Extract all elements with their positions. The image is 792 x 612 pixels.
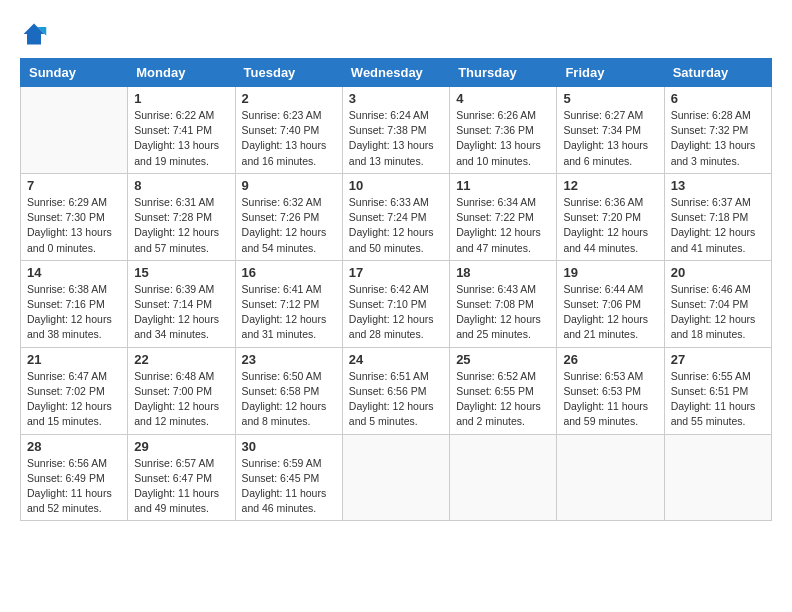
day-info: Sunrise: 6:31 AM Sunset: 7:28 PM Dayligh… [134, 195, 228, 256]
svg-marker-0 [24, 24, 45, 45]
day-info: Sunrise: 6:48 AM Sunset: 7:00 PM Dayligh… [134, 369, 228, 430]
calendar-cell: 30Sunrise: 6:59 AM Sunset: 6:45 PM Dayli… [235, 434, 342, 521]
day-number: 11 [456, 178, 550, 193]
day-number: 4 [456, 91, 550, 106]
day-info: Sunrise: 6:37 AM Sunset: 7:18 PM Dayligh… [671, 195, 765, 256]
calendar-cell: 23Sunrise: 6:50 AM Sunset: 6:58 PM Dayli… [235, 347, 342, 434]
calendar-cell: 4Sunrise: 6:26 AM Sunset: 7:36 PM Daylig… [450, 87, 557, 174]
day-number: 26 [563, 352, 657, 367]
calendar-cell: 29Sunrise: 6:57 AM Sunset: 6:47 PM Dayli… [128, 434, 235, 521]
day-number: 27 [671, 352, 765, 367]
calendar-cell: 13Sunrise: 6:37 AM Sunset: 7:18 PM Dayli… [664, 173, 771, 260]
day-info: Sunrise: 6:39 AM Sunset: 7:14 PM Dayligh… [134, 282, 228, 343]
calendar-header-thursday: Thursday [450, 59, 557, 87]
day-number: 30 [242, 439, 336, 454]
calendar-cell: 16Sunrise: 6:41 AM Sunset: 7:12 PM Dayli… [235, 260, 342, 347]
calendar-cell: 14Sunrise: 6:38 AM Sunset: 7:16 PM Dayli… [21, 260, 128, 347]
day-number: 29 [134, 439, 228, 454]
calendar-cell: 11Sunrise: 6:34 AM Sunset: 7:22 PM Dayli… [450, 173, 557, 260]
day-info: Sunrise: 6:44 AM Sunset: 7:06 PM Dayligh… [563, 282, 657, 343]
day-number: 21 [27, 352, 121, 367]
calendar-cell: 8Sunrise: 6:31 AM Sunset: 7:28 PM Daylig… [128, 173, 235, 260]
calendar-cell: 22Sunrise: 6:48 AM Sunset: 7:00 PM Dayli… [128, 347, 235, 434]
logo [20, 20, 52, 48]
day-number: 13 [671, 178, 765, 193]
calendar-cell [21, 87, 128, 174]
calendar-cell: 19Sunrise: 6:44 AM Sunset: 7:06 PM Dayli… [557, 260, 664, 347]
day-info: Sunrise: 6:57 AM Sunset: 6:47 PM Dayligh… [134, 456, 228, 517]
calendar-cell: 3Sunrise: 6:24 AM Sunset: 7:38 PM Daylig… [342, 87, 449, 174]
day-info: Sunrise: 6:59 AM Sunset: 6:45 PM Dayligh… [242, 456, 336, 517]
calendar-header-tuesday: Tuesday [235, 59, 342, 87]
calendar-week-row: 14Sunrise: 6:38 AM Sunset: 7:16 PM Dayli… [21, 260, 772, 347]
calendar-week-row: 28Sunrise: 6:56 AM Sunset: 6:49 PM Dayli… [21, 434, 772, 521]
day-number: 2 [242, 91, 336, 106]
day-number: 20 [671, 265, 765, 280]
day-number: 9 [242, 178, 336, 193]
calendar-cell: 6Sunrise: 6:28 AM Sunset: 7:32 PM Daylig… [664, 87, 771, 174]
calendar-cell: 2Sunrise: 6:23 AM Sunset: 7:40 PM Daylig… [235, 87, 342, 174]
calendar-cell: 5Sunrise: 6:27 AM Sunset: 7:34 PM Daylig… [557, 87, 664, 174]
day-info: Sunrise: 6:33 AM Sunset: 7:24 PM Dayligh… [349, 195, 443, 256]
day-info: Sunrise: 6:41 AM Sunset: 7:12 PM Dayligh… [242, 282, 336, 343]
page-header [20, 20, 772, 48]
day-number: 5 [563, 91, 657, 106]
calendar-cell: 15Sunrise: 6:39 AM Sunset: 7:14 PM Dayli… [128, 260, 235, 347]
calendar-cell: 26Sunrise: 6:53 AM Sunset: 6:53 PM Dayli… [557, 347, 664, 434]
day-number: 16 [242, 265, 336, 280]
calendar-week-row: 21Sunrise: 6:47 AM Sunset: 7:02 PM Dayli… [21, 347, 772, 434]
day-number: 1 [134, 91, 228, 106]
day-info: Sunrise: 6:56 AM Sunset: 6:49 PM Dayligh… [27, 456, 121, 517]
day-number: 12 [563, 178, 657, 193]
day-number: 23 [242, 352, 336, 367]
day-number: 24 [349, 352, 443, 367]
calendar-header-saturday: Saturday [664, 59, 771, 87]
day-number: 6 [671, 91, 765, 106]
day-info: Sunrise: 6:50 AM Sunset: 6:58 PM Dayligh… [242, 369, 336, 430]
day-info: Sunrise: 6:27 AM Sunset: 7:34 PM Dayligh… [563, 108, 657, 169]
day-number: 18 [456, 265, 550, 280]
calendar-cell: 25Sunrise: 6:52 AM Sunset: 6:55 PM Dayli… [450, 347, 557, 434]
day-info: Sunrise: 6:34 AM Sunset: 7:22 PM Dayligh… [456, 195, 550, 256]
calendar-cell: 7Sunrise: 6:29 AM Sunset: 7:30 PM Daylig… [21, 173, 128, 260]
day-number: 25 [456, 352, 550, 367]
calendar-cell [450, 434, 557, 521]
day-info: Sunrise: 6:29 AM Sunset: 7:30 PM Dayligh… [27, 195, 121, 256]
calendar-cell: 17Sunrise: 6:42 AM Sunset: 7:10 PM Dayli… [342, 260, 449, 347]
day-number: 15 [134, 265, 228, 280]
day-info: Sunrise: 6:52 AM Sunset: 6:55 PM Dayligh… [456, 369, 550, 430]
day-info: Sunrise: 6:47 AM Sunset: 7:02 PM Dayligh… [27, 369, 121, 430]
day-info: Sunrise: 6:24 AM Sunset: 7:38 PM Dayligh… [349, 108, 443, 169]
day-info: Sunrise: 6:23 AM Sunset: 7:40 PM Dayligh… [242, 108, 336, 169]
calendar-cell: 27Sunrise: 6:55 AM Sunset: 6:51 PM Dayli… [664, 347, 771, 434]
logo-icon [20, 20, 48, 48]
day-number: 3 [349, 91, 443, 106]
calendar-cell [664, 434, 771, 521]
day-info: Sunrise: 6:42 AM Sunset: 7:10 PM Dayligh… [349, 282, 443, 343]
day-info: Sunrise: 6:22 AM Sunset: 7:41 PM Dayligh… [134, 108, 228, 169]
calendar-cell: 24Sunrise: 6:51 AM Sunset: 6:56 PM Dayli… [342, 347, 449, 434]
calendar-cell [557, 434, 664, 521]
day-number: 8 [134, 178, 228, 193]
day-info: Sunrise: 6:51 AM Sunset: 6:56 PM Dayligh… [349, 369, 443, 430]
day-info: Sunrise: 6:55 AM Sunset: 6:51 PM Dayligh… [671, 369, 765, 430]
calendar-cell [342, 434, 449, 521]
calendar-cell: 20Sunrise: 6:46 AM Sunset: 7:04 PM Dayli… [664, 260, 771, 347]
day-number: 28 [27, 439, 121, 454]
day-info: Sunrise: 6:46 AM Sunset: 7:04 PM Dayligh… [671, 282, 765, 343]
day-number: 19 [563, 265, 657, 280]
calendar-cell: 12Sunrise: 6:36 AM Sunset: 7:20 PM Dayli… [557, 173, 664, 260]
day-info: Sunrise: 6:28 AM Sunset: 7:32 PM Dayligh… [671, 108, 765, 169]
day-info: Sunrise: 6:32 AM Sunset: 7:26 PM Dayligh… [242, 195, 336, 256]
calendar-cell: 28Sunrise: 6:56 AM Sunset: 6:49 PM Dayli… [21, 434, 128, 521]
day-info: Sunrise: 6:43 AM Sunset: 7:08 PM Dayligh… [456, 282, 550, 343]
day-info: Sunrise: 6:53 AM Sunset: 6:53 PM Dayligh… [563, 369, 657, 430]
day-number: 10 [349, 178, 443, 193]
day-number: 22 [134, 352, 228, 367]
calendar-cell: 1Sunrise: 6:22 AM Sunset: 7:41 PM Daylig… [128, 87, 235, 174]
calendar-week-row: 1Sunrise: 6:22 AM Sunset: 7:41 PM Daylig… [21, 87, 772, 174]
calendar-table: SundayMondayTuesdayWednesdayThursdayFrid… [20, 58, 772, 521]
calendar-cell: 10Sunrise: 6:33 AM Sunset: 7:24 PM Dayli… [342, 173, 449, 260]
day-info: Sunrise: 6:38 AM Sunset: 7:16 PM Dayligh… [27, 282, 121, 343]
calendar-cell: 21Sunrise: 6:47 AM Sunset: 7:02 PM Dayli… [21, 347, 128, 434]
